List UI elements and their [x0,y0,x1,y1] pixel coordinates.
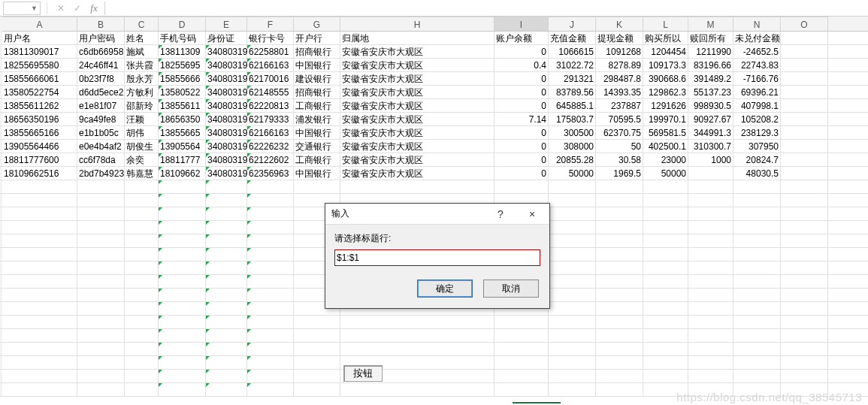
cell-A[interactable] [2,261,77,275]
cell-E[interactable] [206,356,247,370]
cell-L[interactable] [643,356,688,370]
cell-O[interactable] [781,45,828,59]
column-header-F[interactable]: F [247,17,294,31]
cell-K[interactable] [596,302,643,316]
cell-C[interactable]: 汪颖 [125,113,159,126]
cell-J[interactable] [549,370,596,383]
cell-L[interactable] [643,370,688,383]
cell-D[interactable] [159,261,206,275]
cell-I[interactable] [494,370,549,383]
cell-K[interactable] [596,275,643,289]
cell-C[interactable] [125,316,159,329]
cell-H[interactable]: 安徽省安庆市大观区 [340,140,494,153]
cell-B[interactable]: 0b23f7f8 [77,72,125,86]
cell-J[interactable]: 20855.28 [549,153,596,167]
help-icon[interactable]: ? [485,204,516,224]
cell-D[interactable] [159,234,206,248]
cell-J[interactable] [549,329,596,343]
cell-B[interactable] [77,234,125,248]
cell-G[interactable]: 交通银行 [294,140,340,153]
cell-L[interactable] [643,289,688,302]
cell-G[interactable]: 浦发银行 [294,113,340,126]
cell-B[interactable]: 24c46ff41 [77,59,125,72]
cell-I[interactable]: 0 [494,140,549,153]
cell-C[interactable] [125,289,159,302]
fx-icon[interactable]: fx [88,2,100,14]
cell-E[interactable] [206,289,247,302]
cell-E[interactable] [206,275,247,289]
cell-M[interactable] [688,370,733,383]
cell-F[interactable] [247,370,294,383]
cell-G[interactable] [294,180,340,194]
cell-E[interactable]: 34080319 [206,153,247,167]
cell-O[interactable] [781,180,828,194]
cell-G[interactable] [294,316,340,329]
header-cell-M[interactable]: 赎回所有 [688,32,733,45]
cell-N[interactable] [733,343,781,356]
cell-O[interactable] [781,59,828,72]
cell-O[interactable] [781,343,828,356]
cell-N[interactable] [733,370,781,383]
cell-F[interactable]: 62166163 [247,126,294,140]
column-header-A[interactable]: A [2,17,77,31]
sheet-macro-button[interactable]: 按钮 [343,365,383,382]
cell-K[interactable] [596,194,643,207]
header-cell-A[interactable]: 用户名 [2,32,77,45]
cell-B[interactable] [77,180,125,194]
cell-O[interactable] [781,153,828,167]
cell-N[interactable] [733,356,781,370]
cell-G[interactable] [294,370,340,383]
cell-A[interactable]: 18811777600 [2,153,77,167]
cell-L[interactable] [643,234,688,248]
cell-C[interactable]: 余奕 [125,153,159,167]
cell-A[interactable]: 18656350196 [2,113,77,126]
cell-A[interactable]: 18255695580 [2,59,77,72]
cell-N[interactable] [733,316,781,329]
cell-H[interactable] [340,343,494,356]
cell-O[interactable] [781,234,828,248]
cell-A[interactable]: 13855611262 [2,99,77,113]
cell-L[interactable]: 390668.6 [643,72,688,86]
cell-J[interactable]: 175803.7 [549,113,596,126]
column-header-B[interactable]: B [77,17,125,31]
cell-I[interactable]: 0 [494,72,549,86]
cell-L[interactable] [643,383,688,397]
cell-N[interactable] [733,289,781,302]
cell-L[interactable]: 50000 [643,167,688,180]
cell-J[interactable] [549,302,596,316]
cell-B[interactable] [77,248,125,261]
cell-L[interactable] [643,343,688,356]
cell-H[interactable]: 安徽省安庆市大观区 [340,45,494,59]
column-header-D[interactable]: D [159,17,206,31]
cell-B[interactable]: c6db66958 [77,45,125,59]
cell-B[interactable]: 9ca49fe8 [77,113,125,126]
formula-input[interactable] [104,2,868,15]
cell-M[interactable] [688,329,733,343]
cell-O[interactable] [781,383,828,397]
cell-D[interactable] [159,383,206,397]
cell-M[interactable] [688,221,733,234]
cell-A[interactable] [2,316,77,329]
cell-L[interactable] [643,316,688,329]
cell-I[interactable]: 7.14 [494,113,549,126]
cell-F[interactable]: 62148555 [247,86,294,99]
cell-J[interactable] [549,234,596,248]
cell-F[interactable]: 62179333 [247,113,294,126]
cell-F[interactable] [247,316,294,329]
cell-L[interactable]: 129862.3 [643,86,688,99]
cell-L[interactable] [643,302,688,316]
cell-M[interactable] [688,275,733,289]
cell-N[interactable] [733,302,781,316]
cell-N[interactable]: 105208.2 [733,113,781,126]
header-cell-L[interactable]: 购买所以 [643,32,688,45]
cell-G[interactable] [294,356,340,370]
cell-O[interactable] [781,140,828,153]
header-cell-D[interactable]: 手机号码 [159,32,206,45]
cell-B[interactable] [77,289,125,302]
cell-I[interactable]: 0.4 [494,59,549,72]
cell-M[interactable] [688,248,733,261]
dialog-input[interactable] [337,252,538,264]
cell-D[interactable]: 13580522 [159,86,206,99]
cell-O[interactable] [781,194,828,207]
cell-G[interactable] [294,343,340,356]
